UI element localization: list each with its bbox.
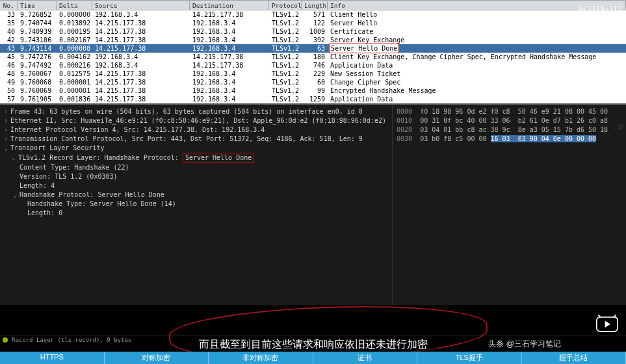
- tree-tls[interactable]: Transport Layer Security: [10, 144, 105, 151]
- table-row[interactable]: 459.7472760.004162192.168.3.414.215.177.…: [0, 53, 626, 61]
- status-dot-icon: [3, 337, 8, 343]
- table-row[interactable]: 439.7431140.00000814.215.177.38192.168.3…: [0, 44, 626, 53]
- table-row[interactable]: 409.7409390.00019514.215.177.38192.168.3…: [0, 27, 626, 36]
- table-row[interactable]: 509.7600690.00000114.215.177.38192.168.3…: [0, 86, 626, 95]
- table-row[interactable]: 359.7407440.01389214.215.177.38192.168.3…: [0, 19, 626, 27]
- col-delta[interactable]: Delta: [57, 1, 92, 10]
- bottom-tab[interactable]: TLS握手: [417, 352, 522, 364]
- tree-frame[interactable]: Frame 43: 63 bytes on wire (504 bits), 6…: [10, 108, 363, 115]
- status-bar: Record Layer (tls.record), 9 bytes: [0, 335, 626, 344]
- col-protocol[interactable]: Protocol: [269, 1, 302, 10]
- tree-content-type[interactable]: Content Type: Handshake (22): [20, 164, 129, 171]
- packet-rows: 339.7268520.000000192.168.3.414.215.177.…: [0, 10, 626, 103]
- svg-marker-1: [605, 321, 611, 328]
- tree-tcp[interactable]: Transmission Control Protocol, Src Port:…: [10, 135, 363, 142]
- table-row[interactable]: 499.7600680.00000114.215.177.38192.168.3…: [0, 78, 626, 86]
- table-row[interactable]: 339.7268520.000000192.168.3.414.215.177.…: [0, 10, 626, 19]
- hex-bytes-pane[interactable]: 0000 f0 18 98 96 0d e2 f0 c8 50 46 e9 21…: [392, 105, 626, 305]
- hex-line[interactable]: 0000 f0 18 98 96 0d e2 f0 c8 50 46 e9 21…: [397, 107, 622, 116]
- details-and-bytes: ›Frame 43: 63 bytes on wire (504 bits), …: [0, 103, 626, 305]
- bottom-tab-bar: HTTPS对称加密非对称加密证书TLS握手握手总结: [0, 352, 626, 364]
- hex-line[interactable]: 0030 03 b0 f8 c5 00 00 16 03 03 00 04 0e…: [397, 135, 622, 144]
- packet-list-header[interactable]: No. Time Delta Source Destination Protoc…: [0, 0, 626, 10]
- hex-line[interactable]: 0020 03 04 01 bb c8 ac 38 9c 8e a3 05 15…: [397, 125, 622, 135]
- bottom-tab[interactable]: 非对称加密: [209, 352, 313, 364]
- col-no[interactable]: No.: [0, 1, 18, 10]
- play-widget-icon: [596, 315, 618, 333]
- tree-ip[interactable]: Internet Protocol Version 4, Src: 14.215…: [10, 126, 265, 133]
- col-source[interactable]: Source: [92, 1, 190, 10]
- col-length[interactable]: Length: [302, 1, 328, 10]
- info-highlight-box: Server Hello Done: [329, 44, 399, 53]
- col-info[interactable]: Info: [328, 1, 626, 10]
- tree-length[interactable]: Length: 4: [20, 182, 55, 189]
- tree-ethernet[interactable]: Ethernet II, Src: HuaweiTe_46:e9:21 (f0:…: [10, 117, 386, 124]
- table-row[interactable]: 469.7474920.000216192.168.3.414.215.177.…: [0, 61, 626, 70]
- packet-details-tree[interactable]: ›Frame 43: 63 bytes on wire (504 bits), …: [0, 105, 392, 305]
- bottom-tab[interactable]: HTTPS: [0, 352, 105, 364]
- bottom-tab[interactable]: 握手总结: [522, 352, 627, 364]
- svg-rect-0: [597, 317, 618, 332]
- tree-record-layer[interactable]: TLSv1.2 Record Layer: Handshake Protocol…: [18, 154, 254, 161]
- tree-handshake-proto[interactable]: Handshake Protocol: Server Hello Done: [20, 191, 164, 198]
- tree-handshake-type[interactable]: Handshake Type: Server Hello Done (14): [27, 200, 176, 207]
- bottom-tab[interactable]: 对称加密: [105, 352, 209, 364]
- status-text: Record Layer (tls.record), 9 bytes: [12, 337, 131, 343]
- server-hello-done-highlight: Server Hello Done: [183, 153, 254, 163]
- hex-line[interactable]: 0010 00 31 0f bc 40 00 33 06 b2 61 0e d7…: [397, 116, 622, 125]
- tree-version[interactable]: Version: TLS 1.2 (0x0303): [20, 173, 118, 180]
- col-destination[interactable]: Destination: [190, 1, 269, 10]
- packet-list: No. Time Delta Source Destination Protoc…: [0, 0, 626, 103]
- bottom-tab[interactable]: 证书: [313, 352, 418, 364]
- col-time[interactable]: Time: [18, 1, 57, 10]
- table-row[interactable]: 579.7619050.00183614.215.177.38192.168.3…: [0, 95, 626, 103]
- table-row[interactable]: 489.7600670.01257514.215.177.38192.168.3…: [0, 70, 626, 78]
- tree-handshake-length[interactable]: Length: 0: [27, 209, 62, 216]
